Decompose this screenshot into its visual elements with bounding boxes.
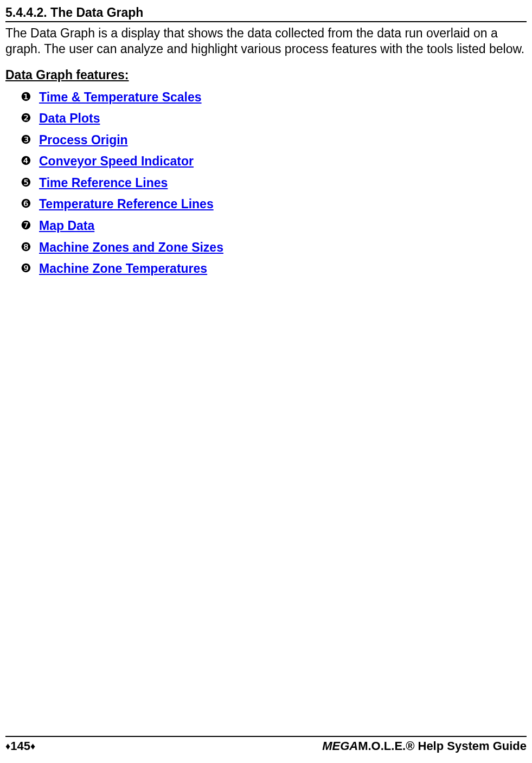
dingbat-7-icon: ❼ xyxy=(21,219,39,233)
feature-item: ❽ Machine Zones and Zone Sizes xyxy=(21,240,527,255)
dingbat-5-icon: ❺ xyxy=(21,176,39,190)
dingbat-2-icon: ❷ xyxy=(21,111,39,125)
dingbat-4-icon: ❹ xyxy=(21,154,39,168)
link-time-reference-lines[interactable]: Time Reference Lines xyxy=(39,176,168,191)
footer-right: MEGAM.O.L.E.® Help System Guide xyxy=(322,739,527,753)
link-map-data[interactable]: Map Data xyxy=(39,219,94,234)
feature-item: ❸ Process Origin xyxy=(21,133,527,148)
link-machine-zone-temperatures[interactable]: Machine Zone Temperatures xyxy=(39,261,207,277)
features-heading: Data Graph features: xyxy=(5,68,527,82)
dingbat-3-icon: ❸ xyxy=(21,133,39,147)
feature-item: ❾ Machine Zone Temperatures xyxy=(21,261,527,277)
feature-item: ❻ Temperature Reference Lines xyxy=(21,197,527,212)
feature-item: ❶ Time & Temperature Scales xyxy=(21,90,527,105)
link-process-origin[interactable]: Process Origin xyxy=(39,133,128,148)
feature-item: ❷ Data Plots xyxy=(21,111,527,126)
dingbat-8-icon: ❽ xyxy=(21,240,39,254)
feature-item: ❹ Conveyor Speed Indicator xyxy=(21,154,527,169)
diamond-icon: ♦ xyxy=(5,741,10,752)
link-time-temperature-scales[interactable]: Time & Temperature Scales xyxy=(39,90,202,105)
feature-item: ❼ Map Data xyxy=(21,219,527,234)
section-heading: 5.4.4.2. The Data Graph xyxy=(5,5,527,22)
guide-prefix: MEGA xyxy=(322,739,358,753)
link-temperature-reference-lines[interactable]: Temperature Reference Lines xyxy=(39,197,214,212)
dingbat-6-icon: ❻ xyxy=(21,197,39,211)
link-conveyor-speed-indicator[interactable]: Conveyor Speed Indicator xyxy=(39,154,194,169)
diamond-icon: ♦ xyxy=(30,741,35,752)
page-number: 145 xyxy=(10,739,30,753)
footer-left: ♦145♦ xyxy=(5,739,35,753)
link-data-plots[interactable]: Data Plots xyxy=(39,111,100,126)
feature-item: ❺ Time Reference Lines xyxy=(21,176,527,191)
page-footer: ♦145♦ MEGAM.O.L.E.® Help System Guide xyxy=(5,736,527,753)
dingbat-9-icon: ❾ xyxy=(21,261,39,275)
feature-list: ❶ Time & Temperature Scales ❷ Data Plots… xyxy=(5,90,527,277)
guide-rest: M.O.L.E.® Help System Guide xyxy=(358,739,527,753)
link-machine-zones-sizes[interactable]: Machine Zones and Zone Sizes xyxy=(39,240,223,255)
intro-paragraph: The Data Graph is a display that shows t… xyxy=(5,25,527,57)
dingbat-1-icon: ❶ xyxy=(21,90,39,104)
